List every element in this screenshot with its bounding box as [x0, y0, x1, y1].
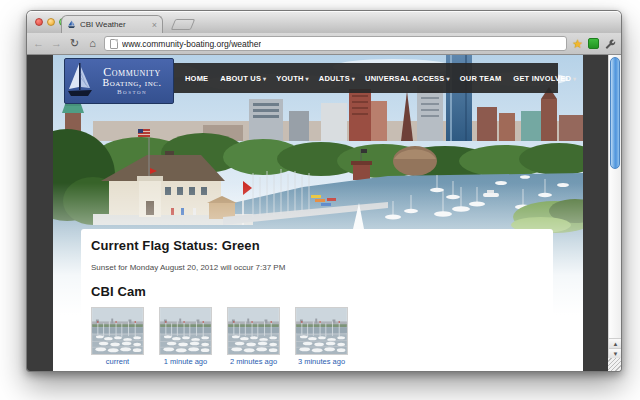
tab-cbi-weather[interactable]: CBI Weather × [61, 15, 163, 33]
cam-link-current[interactable]: current [91, 357, 144, 366]
tab-close-icon[interactable]: × [152, 21, 157, 29]
address-bar[interactable]: www.community-boating.org/weather [104, 36, 567, 51]
nav-item-about-us[interactable]: ABOUT US▾ [215, 74, 271, 83]
chevron-down-icon: ▾ [447, 75, 450, 82]
cam-thumb-2min: 2 minutes ago [227, 307, 280, 366]
cam-thumb-1min: 1 minute ago [159, 307, 212, 366]
chevron-down-icon: ▾ [573, 75, 576, 82]
cam-link-3min[interactable]: 3 minutes ago [295, 357, 348, 366]
cam-link-2min[interactable]: 2 minutes ago [227, 357, 280, 366]
chevron-down-icon: ▾ [352, 75, 355, 82]
url-text[interactable]: www.community-boating.org/weather [122, 39, 261, 49]
content-card: Current Flag Status: Green Sunset for Mo… [81, 229, 553, 371]
page-icon [110, 39, 118, 49]
sunset-text: Sunset for Monday August 20, 2012 will o… [91, 263, 543, 272]
nav-item-universal-access[interactable]: UNIVERSAL ACCESS▾ [360, 74, 455, 83]
cam-image-2min[interactable] [227, 307, 280, 355]
bookmark-star-icon[interactable]: ★ [572, 38, 583, 50]
minimize-window-button[interactable] [47, 18, 55, 26]
home-icon[interactable]: ⌂ [86, 38, 99, 49]
nav-item-our-team[interactable]: OUR TEAM [455, 74, 509, 83]
sailboat-favicon-icon [67, 20, 76, 29]
cbi-cam-heading: CBI Cam [91, 284, 543, 299]
scroll-down-icon[interactable]: ▼ [609, 348, 621, 358]
cam-thumbnails: current 1 minute ago 2 minutes ago 3 min… [91, 307, 543, 366]
close-window-button[interactable] [35, 18, 43, 26]
browser-window: CBI Weather × ← → ↻ ⌂ www.community-boat… [26, 10, 622, 372]
titlebar[interactable]: CBI Weather × [27, 11, 621, 33]
nav-item-adults[interactable]: ADULTS▾ [314, 74, 360, 83]
forward-icon[interactable]: → [50, 38, 63, 49]
cam-link-1min[interactable]: 1 minute ago [159, 357, 212, 366]
chevron-down-icon: ▾ [263, 75, 266, 82]
scrollbar-thumb[interactable] [610, 57, 620, 169]
cam-thumb-3min: 3 minutes ago [295, 307, 348, 366]
reload-icon[interactable]: ↻ [68, 38, 81, 49]
main-navigation: HOME ABOUT US▾ YOUTH▾ ADULTS▾ UNIVERSAL … [174, 63, 558, 93]
extension-icon[interactable] [588, 38, 599, 49]
scroll-up-icon[interactable]: ▲ [609, 338, 621, 348]
nav-item-home[interactable]: HOME [180, 74, 215, 83]
browser-toolbar: ← → ↻ ⌂ www.community-boating.org/weathe… [27, 33, 621, 55]
page-viewport: Community Boating, inc. Boston HOME ABOU… [27, 55, 621, 371]
window-resize-grip[interactable] [608, 358, 621, 371]
back-icon[interactable]: ← [32, 38, 45, 49]
flag-status-heading: Current Flag Status: Green [91, 238, 543, 253]
nav-item-get-involved[interactable]: GET INVOLVED▾ [508, 74, 581, 83]
vertical-scrollbar[interactable]: ▲ ▼ [608, 55, 621, 371]
cam-image-3min[interactable] [295, 307, 348, 355]
cam-image-1min[interactable] [159, 307, 212, 355]
page-column: Community Boating, inc. Boston HOME ABOU… [53, 55, 583, 371]
cam-thumb-current: current [91, 307, 144, 366]
logo-text: Community Boating, inc. Boston [95, 66, 169, 96]
chevron-down-icon: ▾ [306, 75, 309, 82]
tab-title: CBI Weather [80, 20, 148, 29]
new-tab-button[interactable] [171, 19, 195, 30]
wrench-menu-icon[interactable] [604, 38, 616, 50]
nav-item-youth[interactable]: YOUTH▾ [271, 74, 313, 83]
cam-image-current[interactable] [91, 307, 144, 355]
sailboat-logo-icon [67, 61, 93, 101]
site-logo[interactable]: Community Boating, inc. Boston [64, 58, 174, 104]
